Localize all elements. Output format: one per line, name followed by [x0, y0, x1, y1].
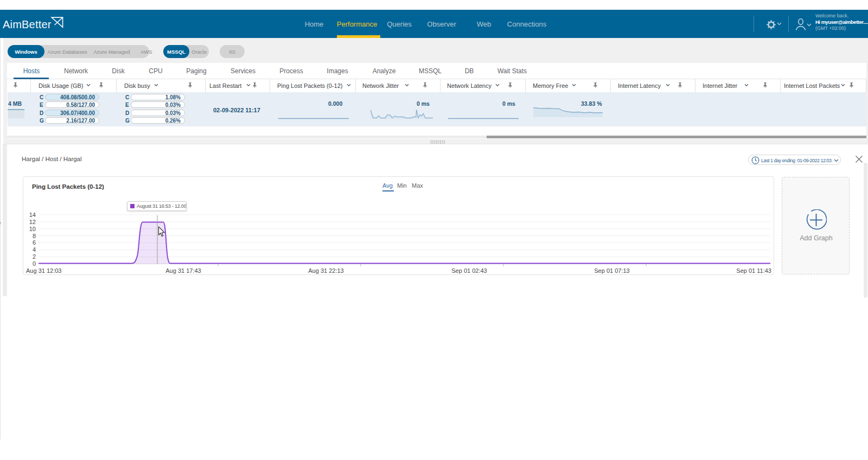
svg-text:10: 10 [29, 226, 36, 232]
svg-text:8: 8 [33, 233, 36, 239]
svg-text:Aug 31 17:43: Aug 31 17:43 [165, 267, 201, 274]
svg-text:14: 14 [29, 212, 36, 218]
svg-text:6: 6 [33, 239, 36, 246]
svg-text:4: 4 [33, 246, 36, 253]
svg-text:2: 2 [33, 253, 36, 260]
svg-text:0: 0 [33, 260, 36, 267]
svg-text:Aug 31 22:13: Aug 31 22:13 [308, 267, 343, 274]
svg-text:Sep 01 07:13: Sep 01 07:13 [594, 267, 629, 274]
svg-text:Sep 01 02:43: Sep 01 02:43 [451, 267, 487, 274]
svg-text:12: 12 [29, 219, 36, 225]
svg-text:Aug 31 12:03: Aug 31 12:03 [26, 267, 61, 274]
svg-text:Sep 01 11:43: Sep 01 11:43 [736, 267, 771, 274]
